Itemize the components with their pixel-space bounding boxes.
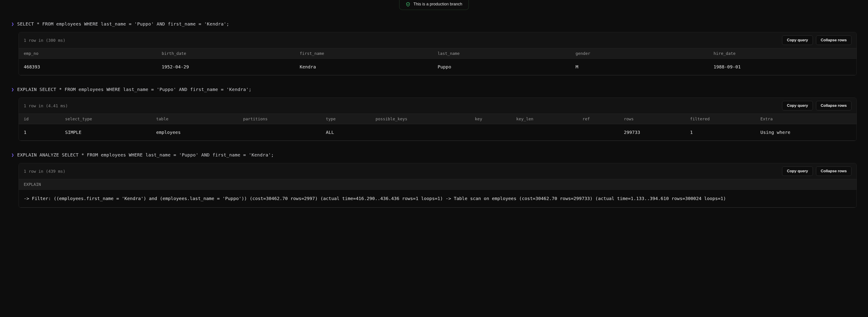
table-cell: 1 (690, 130, 761, 135)
table-header-row: id select_type table partitions type pos… (19, 114, 857, 124)
column-header: key_len (516, 116, 583, 121)
prompt-icon: ❯ (11, 21, 14, 27)
column-header: birth_date (162, 51, 300, 56)
result-meta: 1 row in (4.41 ms) (24, 103, 68, 108)
query-line: ❯ EXPLAIN SELECT * FROM employees WHERE … (11, 87, 857, 92)
table-cell: Puppo (438, 64, 576, 70)
table-cell: M (576, 64, 713, 70)
table-cell: 1 (24, 130, 65, 135)
result-actions: Copy query Collapse rows (782, 35, 851, 45)
column-header: select_type (65, 116, 156, 121)
column-header: rows (624, 116, 690, 121)
query-sql[interactable]: SELECT * FROM employees WHERE last_name … (17, 21, 229, 27)
column-header: filtered (690, 116, 761, 121)
column-header: possible_keys (375, 116, 475, 121)
prompt-icon: ❯ (11, 152, 14, 157)
explain-output: -> Filter: ((employees.first_name = 'Ken… (24, 196, 726, 201)
result-header: 1 row in (300 ms) Copy query Collapse ro… (19, 32, 857, 48)
query-sql[interactable]: EXPLAIN ANALYZE SELECT * FROM employees … (17, 152, 274, 157)
production-badge-text: This is a production branch (413, 2, 462, 6)
table-cell: Kendra (300, 64, 438, 70)
collapse-rows-button[interactable]: Collapse rows (816, 101, 851, 110)
result-header: 1 row in (4.41 ms) Copy query Collapse r… (19, 98, 857, 114)
table-cell (583, 130, 624, 135)
query-line: ❯ EXPLAIN ANALYZE SELECT * FROM employee… (11, 152, 857, 157)
result-actions: Copy query Collapse rows (782, 166, 851, 176)
table-cell: Using where (761, 130, 851, 135)
column-header: first_name (300, 51, 438, 56)
result-meta: 1 row in (300 ms) (24, 38, 65, 43)
result-meta: 1 row in (439 ms) (24, 169, 65, 174)
column-header: id (24, 116, 65, 121)
table-header-row: EXPLAIN (19, 179, 857, 190)
table-cell: 468393 (24, 64, 162, 70)
query-line: ❯ SELECT * FROM employees WHERE last_nam… (11, 21, 857, 27)
table-cell: ALL (326, 130, 376, 135)
column-header: partitions (243, 116, 326, 121)
column-header: key (475, 116, 516, 121)
result-actions: Copy query Collapse rows (782, 101, 851, 110)
table-header-row: emp_no birth_date first_name last_name g… (19, 48, 857, 59)
production-badge: This is a production branch (0, 0, 868, 10)
copy-query-button[interactable]: Copy query (782, 101, 813, 110)
copy-query-button[interactable]: Copy query (782, 35, 813, 45)
table-cell (516, 130, 583, 135)
query-block: ❯ EXPLAIN SELECT * FROM employees WHERE … (11, 87, 857, 141)
column-header: last_name (438, 51, 576, 56)
column-header: hire_date (714, 51, 851, 56)
result-container: 1 row in (4.41 ms) Copy query Collapse r… (19, 98, 857, 141)
query-sql[interactable]: EXPLAIN SELECT * FROM employees WHERE la… (17, 87, 252, 92)
collapse-rows-button[interactable]: Collapse rows (816, 166, 851, 176)
collapse-rows-button[interactable]: Collapse rows (816, 35, 851, 45)
table-row: 468393 1952-04-29 Kendra Puppo M 1988-09… (19, 59, 857, 75)
table-cell (243, 130, 326, 135)
shield-check-icon (406, 2, 410, 6)
table-cell (475, 130, 516, 135)
query-block: ❯ EXPLAIN ANALYZE SELECT * FROM employee… (11, 152, 857, 208)
result-container: 1 row in (300 ms) Copy query Collapse ro… (19, 32, 857, 75)
copy-query-button[interactable]: Copy query (782, 166, 813, 176)
table-cell: employees (156, 130, 243, 135)
production-badge-inner: This is a production branch (399, 0, 469, 10)
column-header: EXPLAIN (24, 182, 851, 187)
query-block: ❯ SELECT * FROM employees WHERE last_nam… (11, 21, 857, 75)
prompt-icon: ❯ (11, 87, 14, 92)
result-container: 1 row in (439 ms) Copy query Collapse ro… (19, 163, 857, 208)
table-row: -> Filter: ((employees.first_name = 'Ken… (19, 190, 857, 208)
column-header: ref (583, 116, 624, 121)
column-header: type (326, 116, 376, 121)
table-cell: 1952-04-29 (162, 64, 300, 70)
table-row: 1 SIMPLE employees ALL 299733 1 Using wh… (19, 124, 857, 141)
column-header: emp_no (24, 51, 162, 56)
result-header: 1 row in (439 ms) Copy query Collapse ro… (19, 163, 857, 179)
column-header: table (156, 116, 243, 121)
table-cell: 1988-09-01 (714, 64, 851, 70)
column-header: Extra (761, 116, 851, 121)
table-cell: 299733 (624, 130, 690, 135)
column-header: gender (576, 51, 713, 56)
table-cell (375, 130, 475, 135)
table-cell: SIMPLE (65, 130, 156, 135)
